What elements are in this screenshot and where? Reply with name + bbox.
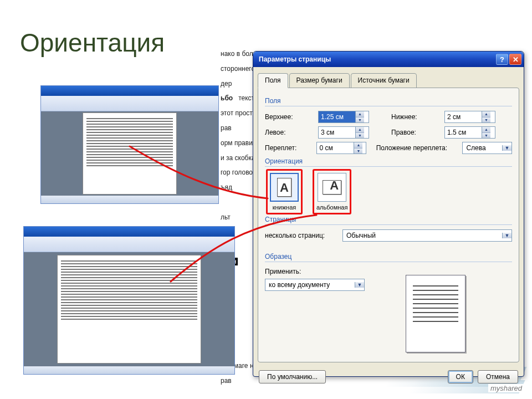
group-orientation: Ориентация — [265, 157, 512, 165]
select-multiple-pages[interactable]: Обычный ▼ — [342, 229, 512, 242]
group-margins: Поля — [265, 97, 512, 105]
chevron-down-icon[interactable]: ▼ — [502, 145, 511, 151]
input-gutter[interactable] — [317, 142, 354, 154]
help-button[interactable]: ? — [496, 54, 508, 65]
chevron-down-icon[interactable]: ▼ — [502, 233, 511, 238]
caption-landscape: альбомная — [316, 204, 347, 211]
label-bottom: Нижнее: — [391, 113, 444, 121]
slide: Ориентация нако в большинстве случаев дл… — [4, 4, 528, 395]
dialog-tabs: Поля Размер бумаги Источник бумаги — [253, 67, 524, 88]
spinner-arrows[interactable]: ▲▼ — [355, 111, 364, 122]
dialog-titlebar[interactable]: Параметры страницы ? ✕ — [253, 52, 524, 67]
value-gutter-pos: Слева — [463, 144, 502, 152]
spinner-gutter[interactable]: ▲▼ — [316, 142, 366, 154]
highlight-landscape: A альбомная — [313, 169, 351, 214]
input-bottom-margin[interactable] — [445, 111, 482, 122]
close-button[interactable]: ✕ — [509, 54, 521, 65]
label-top: Верхнее: — [265, 113, 318, 121]
cancel-button[interactable]: Отмена — [478, 370, 518, 383]
spinner-left[interactable]: ▲▼ — [318, 126, 369, 139]
caption-portrait: книжная — [273, 204, 296, 211]
spinner-top[interactable]: ▲▼ — [318, 111, 369, 123]
thumbnail-word-landscape — [23, 226, 235, 375]
spinner-right[interactable]: ▲▼ — [444, 126, 495, 139]
group-sample: Образец — [265, 253, 512, 260]
input-left-margin[interactable] — [319, 127, 355, 138]
chevron-down-icon[interactable]: ▼ — [355, 282, 364, 288]
orientation-portrait[interactable]: A книжная — [270, 173, 299, 211]
tab-paper-source[interactable]: Источник бумаги — [351, 73, 417, 88]
select-gutter-pos[interactable]: Слева ▼ — [462, 142, 512, 154]
preview — [406, 272, 466, 355]
tab-panel: Поля Верхнее: ▲▼ Нижнее: ▲▼ Левое: — [258, 88, 519, 362]
tab-paper-size[interactable]: Размер бумаги — [289, 73, 350, 88]
spinner-arrows[interactable]: ▲▼ — [482, 111, 490, 122]
input-top-margin[interactable] — [319, 111, 355, 122]
label-gutter: Переплет: — [265, 144, 316, 152]
select-apply-to[interactable]: ко всему документу ▼ — [265, 279, 365, 291]
slide-title: Ориентация — [20, 28, 165, 58]
spinner-arrows[interactable]: ▲▼ — [354, 142, 362, 154]
orientation-landscape[interactable]: A альбомная — [316, 173, 347, 211]
tab-margins[interactable]: Поля — [258, 73, 288, 88]
page-setup-dialog: Параметры страницы ? ✕ Поля Размер бумаг… — [253, 51, 524, 377]
label-gutter-pos: Положение переплета: — [376, 144, 463, 152]
label-right: Правое: — [391, 129, 444, 136]
spinner-arrows[interactable]: ▲▼ — [355, 127, 364, 138]
highlight-portrait: A книжная — [266, 169, 303, 214]
spinner-arrows[interactable]: ▲▼ — [482, 127, 490, 138]
dialog-title: Параметры страницы — [259, 55, 331, 63]
value-multiple-pages: Обычный — [343, 232, 502, 239]
label-multiple-pages: несколько страниц: — [265, 232, 342, 239]
portrait-icon[interactable]: A — [270, 173, 299, 202]
value-apply-to: ко всему документу — [265, 281, 355, 289]
default-button[interactable]: По умолчанию... — [259, 370, 326, 383]
group-pages: Страницы — [265, 216, 512, 223]
label-left: Левое: — [265, 129, 318, 136]
ok-button[interactable]: ОК — [448, 370, 473, 383]
label-apply: Применить: — [265, 268, 398, 275]
dialog-buttons: По умолчанию... ОК Отмена — [253, 367, 524, 389]
input-right-margin[interactable] — [445, 127, 482, 138]
landscape-icon[interactable]: A — [318, 173, 346, 202]
preview-page-icon — [406, 275, 466, 352]
thumbnail-word-portrait — [40, 85, 219, 204]
spinner-bottom[interactable]: ▲▼ — [444, 111, 495, 123]
